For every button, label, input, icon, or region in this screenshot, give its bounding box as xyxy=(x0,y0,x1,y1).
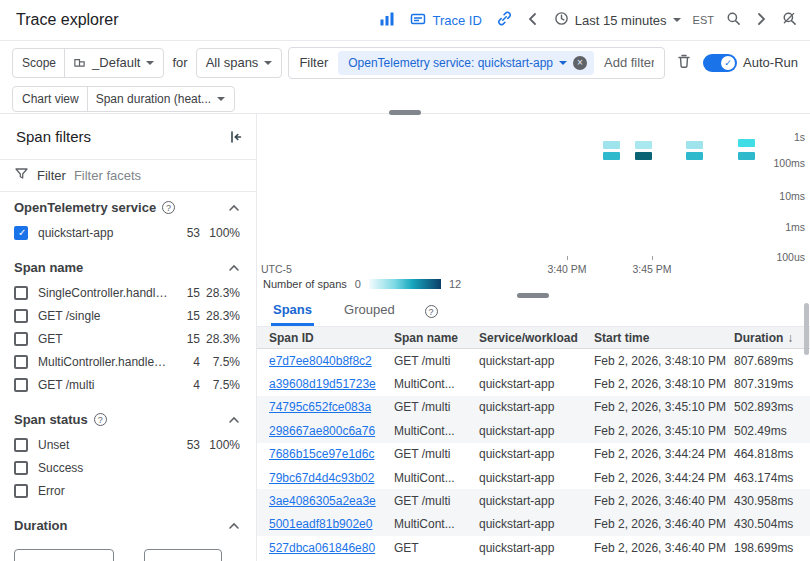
collapse-panel-icon[interactable] xyxy=(228,129,244,145)
filter-chip[interactable]: OpenTelemetry service: quickstart-app × xyxy=(338,51,594,75)
tab-spans[interactable]: Spans xyxy=(271,302,314,326)
span-id-link[interactable]: 527dbca061846e80 xyxy=(269,541,375,555)
facet-count: 53 xyxy=(174,226,200,240)
checkbox[interactable] xyxy=(14,226,28,240)
help-icon[interactable] xyxy=(425,305,438,318)
heatmap-plot[interactable] xyxy=(257,114,775,260)
metrics-chart-button[interactable] xyxy=(374,7,400,33)
span-id-link[interactable]: 5001eadf81b902e0 xyxy=(269,517,372,531)
col-header-span-id[interactable]: Span ID xyxy=(269,331,394,345)
span-id-link[interactable]: e7d7ee8040b8f8c2 xyxy=(269,354,372,368)
span-id-link[interactable]: 3ae4086305a2ea3e xyxy=(269,494,376,508)
span-filters-header: Span filters xyxy=(0,114,256,160)
facet-item[interactable]: SingleController.handleSing... 15 28.3% xyxy=(0,281,256,304)
span-id-link[interactable]: a39608d19d51723e xyxy=(269,377,376,391)
col-header-start-time[interactable]: Start time xyxy=(594,331,734,345)
tab-grouped[interactable]: Grouped xyxy=(342,302,397,326)
scope-control[interactable]: Scope _Default xyxy=(12,48,164,78)
table-row[interactable]: 5001eadf81b902e0 MultiCont... quickstart… xyxy=(257,513,810,536)
facet-item[interactable]: Error xyxy=(0,479,256,502)
duration-cell: 463.174ms xyxy=(734,471,798,485)
chevron-up-icon[interactable] xyxy=(228,264,240,272)
facet-filter-input[interactable] xyxy=(74,168,242,183)
query-toolbar: Scope _Default for All spans Filter Open… xyxy=(0,41,810,84)
checkbox[interactable] xyxy=(14,438,28,452)
col-header-span-name[interactable]: Span name xyxy=(394,331,479,345)
span-id-link[interactable]: 74795c652fce083a xyxy=(269,400,371,414)
table-row[interactable]: 527dbca061846e80 GET quickstart-app Feb … xyxy=(257,536,810,559)
table-row[interactable]: e7d7ee8040b8f8c2 GET /multi quickstart-a… xyxy=(257,349,810,372)
chevron-up-icon[interactable] xyxy=(228,522,240,530)
facet-item[interactable]: GET 15 28.3% xyxy=(0,327,256,350)
facet-count: 4 xyxy=(174,378,200,392)
chart-table-resize-handle[interactable] xyxy=(517,293,549,298)
facet-item[interactable]: MultiController.handleMulti 4 7.5% xyxy=(0,350,256,373)
duration-max-input[interactable] xyxy=(144,549,222,561)
section-title: Span name xyxy=(14,260,83,275)
trace-id-button[interactable]: Trace ID xyxy=(402,7,489,33)
heatmap-cell[interactable] xyxy=(686,141,703,149)
checkbox[interactable] xyxy=(14,332,28,346)
heatmap-cell[interactable] xyxy=(635,141,652,149)
chevron-up-icon[interactable] xyxy=(228,416,240,424)
remove-filter-icon[interactable]: × xyxy=(573,56,587,70)
trash-icon xyxy=(676,53,692,72)
table-row[interactable]: 74795c652fce083a GET /multi quickstart-a… xyxy=(257,396,810,419)
facet-item[interactable]: GET /single 15 28.3% xyxy=(0,304,256,327)
heatmap-cell[interactable] xyxy=(635,152,652,160)
heatmap-cell[interactable] xyxy=(603,141,620,149)
chart-view-row: Chart view Span duration (heat... xyxy=(0,84,810,113)
table-row[interactable]: 298667ae800c6a76 MultiCont... quickstart… xyxy=(257,419,810,442)
time-range-dropdown[interactable]: Last 15 minutes xyxy=(548,7,687,33)
checkbox[interactable] xyxy=(14,286,28,300)
col-header-service[interactable]: Service/workload xyxy=(479,331,594,345)
facet-percent: 28.3% xyxy=(200,286,240,300)
next-time-button[interactable] xyxy=(748,7,774,33)
heatmap-cell[interactable] xyxy=(603,152,620,160)
section-title: Duration xyxy=(14,518,67,533)
filter-bar[interactable]: Filter OpenTelemetry service: quickstart… xyxy=(288,47,665,79)
panel-resize-handle[interactable] xyxy=(389,110,421,115)
zoom-off-button[interactable] xyxy=(776,7,802,33)
clear-query-button[interactable] xyxy=(671,50,697,76)
checkbox[interactable] xyxy=(14,355,28,369)
help-icon[interactable] xyxy=(94,413,107,426)
legend-gradient xyxy=(369,279,441,289)
scrollbar[interactable] xyxy=(804,303,809,355)
table-row[interactable]: 3ae4086305a2ea3e GET /multi quickstart-a… xyxy=(257,489,810,512)
duration-cell: 502.893ms xyxy=(734,400,798,414)
facet-item[interactable]: Success xyxy=(0,456,256,479)
copy-link-button[interactable] xyxy=(492,7,518,33)
table-row[interactable]: 79bc67d4d4c93b02 MultiCont... quickstart… xyxy=(257,466,810,489)
span-scope-dropdown[interactable]: All spans xyxy=(196,48,283,78)
duration-heatmap-chart: 1s 100ms 10ms 1ms 100us 3:40 PM 3:45 PM … xyxy=(257,114,810,300)
heatmap-cell[interactable] xyxy=(738,139,755,147)
checkbox[interactable] xyxy=(14,378,28,392)
span-id-link[interactable]: 298667ae800c6a76 xyxy=(269,424,375,438)
auto-run-toggle[interactable] xyxy=(703,54,737,72)
col-header-duration[interactable]: Duration↓ xyxy=(734,331,798,345)
heatmap-cell[interactable] xyxy=(686,152,703,160)
checkbox[interactable] xyxy=(14,309,28,323)
span-id-link[interactable]: 79bc67d4d4c93b02 xyxy=(269,471,374,485)
prev-time-button[interactable] xyxy=(520,7,546,33)
chevron-up-icon[interactable] xyxy=(228,204,240,212)
table-row[interactable]: 7686b15ce97e1d6c GET /multi quickstart-a… xyxy=(257,443,810,466)
heatmap-cell[interactable] xyxy=(738,152,755,160)
zoom-search-button[interactable] xyxy=(720,7,746,33)
legend-max: 12 xyxy=(449,278,461,290)
facet-item[interactable]: GET /multi 4 7.5% xyxy=(0,373,256,396)
duration-min-input[interactable] xyxy=(14,549,114,561)
span-id-link[interactable]: 7686b15ce97e1d6c xyxy=(269,447,374,461)
checkbox[interactable] xyxy=(14,461,28,475)
chart-view-dropdown[interactable]: Chart view Span duration (heat... xyxy=(12,86,235,112)
add-filter-input[interactable] xyxy=(604,55,654,70)
checkbox[interactable] xyxy=(14,484,28,498)
facet-item[interactable]: Unset 53 100% xyxy=(0,433,256,456)
span-name-cell: MultiCont... xyxy=(394,471,479,485)
span-filters-panel: Span filters Filter OpenTelemetry servic… xyxy=(0,114,257,561)
table-row[interactable]: a39608d19d51723e MultiCont... quickstart… xyxy=(257,372,810,395)
help-icon[interactable] xyxy=(162,201,175,214)
facet-item[interactable]: quickstart-app 53 100% xyxy=(0,221,256,244)
span-id-cell: 79bc67d4d4c93b02 xyxy=(269,471,394,485)
